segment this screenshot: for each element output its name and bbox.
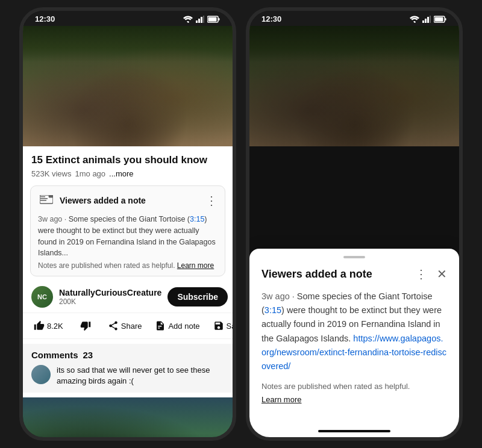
- sheet-handle: [343, 256, 365, 258]
- action-row: 8.2K Share Add note Sa...: [23, 313, 233, 339]
- left-phone: 12:30: [19, 7, 236, 441]
- sheet-time-link[interactable]: 3:15: [264, 305, 281, 315]
- sheet-ago: 3w ago ·: [261, 291, 297, 301]
- channel-avatar[interactable]: NC: [31, 286, 53, 308]
- sheet-header: Viewers added a note ⋮ ✕: [261, 267, 447, 281]
- svg-rect-10: [40, 200, 46, 201]
- like-button[interactable]: 8.2K: [28, 316, 69, 336]
- svg-rect-1: [198, 19, 200, 23]
- note-header: Viewers added a note ⋮: [38, 192, 218, 209]
- signal-icon-r: [422, 16, 431, 23]
- sheet-close-button[interactable]: ✕: [437, 267, 447, 281]
- save-label: Sa...: [227, 322, 233, 331]
- wifi-icon: [183, 16, 193, 23]
- like-count: 8.2K: [47, 322, 63, 331]
- note-header-left: Viewers added a note: [38, 192, 146, 209]
- battery-icon: [207, 16, 221, 23]
- share-button[interactable]: Share: [102, 316, 148, 336]
- video-thumbnail-left[interactable]: [23, 26, 233, 146]
- time-left: 12:30: [35, 14, 55, 23]
- note-title: Viewers added a note: [60, 196, 146, 205]
- thumbs-down-icon: [80, 320, 91, 331]
- time-right: 12:30: [261, 14, 281, 23]
- time-link-left[interactable]: 3:15: [190, 215, 204, 223]
- svg-rect-2: [201, 17, 202, 23]
- more-link[interactable]: ...more: [109, 169, 133, 178]
- svg-rect-13: [422, 20, 424, 23]
- svg-rect-9: [40, 198, 48, 199]
- comment-row: its so sad that we will never get to see…: [31, 365, 224, 387]
- subscribe-button[interactable]: Subscribe: [167, 287, 228, 306]
- note-menu-button[interactable]: ⋮: [205, 193, 218, 208]
- status-icons-right: [410, 16, 447, 23]
- learn-more-link-left[interactable]: Learn more: [177, 261, 214, 270]
- sheet-body: 3w ago · Some species of the Giant Torto…: [261, 290, 447, 373]
- svg-rect-3: [203, 16, 204, 23]
- svg-rect-5: [208, 17, 217, 21]
- dislike-button[interactable]: [74, 316, 97, 336]
- sheet-header-icons: ⋮ ✕: [415, 267, 447, 281]
- bottom-video-preview[interactable]: [23, 397, 233, 437]
- channel-subs: 200K: [59, 297, 161, 306]
- wifi-icon-r: [410, 16, 419, 23]
- svg-rect-6: [219, 18, 220, 20]
- note-bottom-sheet: Viewers added a note ⋮ ✕ 3w ago · Some s…: [249, 249, 459, 437]
- sheet-footer-text: Notes are published when rated as helpfu…: [261, 382, 410, 391]
- add-note-label: Add note: [168, 322, 199, 331]
- signal-icon: [196, 16, 204, 23]
- svg-rect-19: [445, 18, 446, 20]
- upload-age: 1mo ago: [75, 169, 105, 178]
- svg-rect-8: [40, 196, 45, 198]
- svg-rect-14: [425, 19, 427, 23]
- note-body-left: 3w ago · Some species of the Giant Torto…: [38, 214, 218, 259]
- channel-name[interactable]: NaturallyCuriousCreature: [59, 288, 161, 297]
- video-thumbnail-right: [249, 26, 459, 146]
- learn-more-link-right[interactable]: Learn more: [261, 394, 447, 406]
- svg-rect-0: [196, 20, 198, 23]
- share-label: Share: [121, 322, 142, 331]
- status-bar-left: 12:30: [23, 11, 233, 26]
- thumbs-up-icon: [34, 320, 45, 331]
- comments-label: Comments: [31, 350, 78, 360]
- viewers-note-icon: [40, 195, 53, 206]
- sheet-more-button[interactable]: ⋮: [415, 267, 427, 281]
- add-note-button[interactable]: Add note: [149, 316, 205, 336]
- battery-icon-r: [434, 16, 447, 23]
- sheet-footer: Notes are published when rated as helpfu…: [261, 381, 447, 405]
- comments-header: Comments 23: [31, 350, 224, 360]
- svg-rect-15: [427, 17, 429, 23]
- view-count: 523K views: [31, 169, 71, 178]
- commenter-avatar: [31, 365, 51, 384]
- note-icon: [38, 192, 55, 209]
- right-phone: 12:30: [246, 7, 463, 441]
- comments-count: 23: [83, 350, 93, 360]
- share-icon: [108, 320, 119, 331]
- save-icon: [213, 320, 224, 331]
- channel-row: NC NaturallyCuriousCreature 200K Subscri…: [23, 281, 233, 313]
- add-note-icon: [155, 320, 166, 331]
- svg-rect-16: [430, 16, 431, 23]
- status-icons-left: [183, 16, 221, 23]
- home-indicator: [318, 430, 390, 432]
- video-title: 15 Extinct animals you should know: [31, 154, 224, 167]
- sheet-title: Viewers added a note: [261, 268, 372, 281]
- content-left: 15 Extinct animals you should know 523K …: [23, 146, 233, 437]
- comments-section: Comments 23 its so sad that we will neve…: [23, 344, 233, 393]
- status-bar-right: 12:30: [249, 11, 459, 26]
- video-info: 15 Extinct animals you should know 523K …: [23, 146, 233, 183]
- save-button[interactable]: Sa...: [207, 316, 233, 336]
- note-footer-left: Notes are published when rated as helpfu…: [38, 261, 218, 270]
- note-card-left: Viewers added a note ⋮ 3w ago · Some spe…: [30, 185, 225, 276]
- channel-info: NaturallyCuriousCreature 200K: [59, 288, 161, 306]
- note-timestamp: 3w ago ·: [38, 215, 69, 223]
- svg-rect-18: [435, 17, 443, 21]
- video-meta: 523K views 1mo ago ...more: [31, 169, 224, 178]
- comment-text: its so sad that we will never get to see…: [57, 365, 224, 387]
